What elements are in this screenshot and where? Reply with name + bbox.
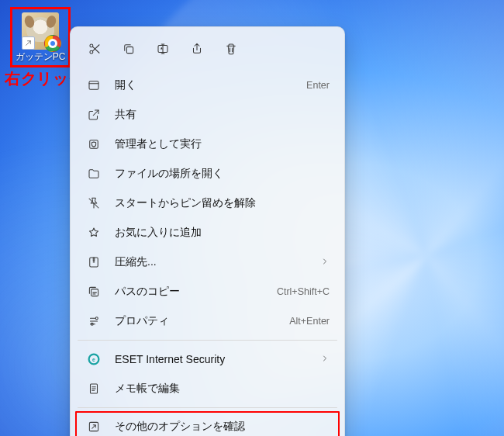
menu-item-open[interactable]: 開くEnter <box>74 71 340 100</box>
menu-item-label: 共有 <box>115 108 330 122</box>
share-button[interactable] <box>181 35 212 63</box>
trash-icon <box>224 42 238 56</box>
context-menu: 開くEnter共有管理者として実行ファイルの場所を開くスタートからピン留めを解除… <box>70 26 345 436</box>
quick-actions-row <box>74 32 340 69</box>
menu-item-admin[interactable]: 管理者として実行 <box>74 130 340 159</box>
menu-item-compress[interactable]: 圧縮先... <box>74 247 340 277</box>
eset-icon <box>85 351 102 368</box>
open-icon <box>85 77 102 94</box>
menu-item-label: ESET Internet Security <box>115 353 312 365</box>
rename-button[interactable] <box>147 35 178 63</box>
menu-item-label: ファイルの場所を開く <box>115 167 330 181</box>
menu-item-copypath[interactable]: パスのコピーCtrl+Shift+C <box>74 277 340 306</box>
share-icon <box>190 42 204 56</box>
menu-item-unpin[interactable]: スタートからピン留めを解除 <box>74 189 340 218</box>
share-icon <box>85 106 102 123</box>
shortcut-arrow-overlay <box>22 36 35 50</box>
menu-item-shortcut: Alt+Enter <box>281 316 330 327</box>
shortcut-thumbnail <box>22 12 59 50</box>
menu-item-shortcut: Ctrl+Shift+C <box>269 286 330 297</box>
admin-icon <box>85 136 102 153</box>
menu-item-label: メモ帳で編集 <box>115 382 330 396</box>
desktop-shortcut[interactable]: ガッテンPC <box>10 7 71 67</box>
chrome-badge-icon <box>44 35 61 52</box>
properties-icon <box>85 313 102 330</box>
menu-item-shortcut: Enter <box>299 80 330 91</box>
chevron-right-icon <box>312 257 330 268</box>
moreoptions-icon <box>85 418 102 435</box>
menu-list: 開くEnter共有管理者として実行ファイルの場所を開くスタートからピン留めを解除… <box>74 69 340 436</box>
unpin-icon <box>85 195 102 212</box>
cut-button[interactable] <box>79 35 110 63</box>
menu-item-label: 圧縮先... <box>115 255 312 269</box>
menu-item-label: パスのコピー <box>115 285 269 299</box>
menu-item-label: お気に入りに追加 <box>115 226 330 240</box>
svg-rect-2 <box>126 47 133 53</box>
rename-icon <box>156 42 170 56</box>
menu-item-moreoptions[interactable]: その他のオプションを確認 <box>74 412 340 436</box>
compress-icon <box>85 254 102 271</box>
menu-item-label: プロパティ <box>115 314 281 328</box>
menu-item-label: その他のオプションを確認 <box>115 420 330 434</box>
menu-item-folder[interactable]: ファイルの場所を開く <box>74 159 340 189</box>
copy-button[interactable] <box>113 35 144 63</box>
menu-item-share[interactable]: 共有 <box>74 100 340 130</box>
folder-icon <box>85 165 102 182</box>
favorite-icon <box>85 224 102 241</box>
menu-item-label: 管理者として実行 <box>115 137 330 151</box>
menu-item-notepad[interactable]: メモ帳で編集 <box>74 374 340 403</box>
menu-item-properties[interactable]: プロパティAlt+Enter <box>74 306 340 336</box>
scissors-icon <box>88 42 102 56</box>
menu-separator <box>78 340 337 341</box>
shortcut-label: ガッテンPC <box>12 51 68 62</box>
menu-item-favorite[interactable]: お気に入りに追加 <box>74 218 340 247</box>
menu-separator <box>78 407 337 408</box>
notepad-icon <box>85 380 102 397</box>
copy-icon <box>122 42 136 56</box>
menu-item-eset[interactable]: ESET Internet Security <box>74 344 340 374</box>
menu-item-label: スタートからピン留めを解除 <box>115 196 330 210</box>
chevron-right-icon <box>312 354 330 365</box>
delete-button[interactable] <box>216 35 247 63</box>
copypath-icon <box>85 283 102 300</box>
menu-item-label: 開く <box>115 78 299 92</box>
